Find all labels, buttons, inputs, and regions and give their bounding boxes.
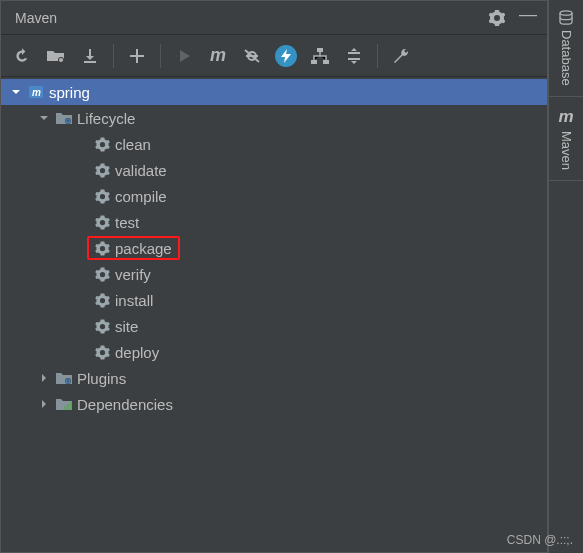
phase-site[interactable]: site [1,313,547,339]
svg-text:m: m [32,87,41,98]
phase-label: install [113,292,153,309]
svg-rect-16 [70,402,72,410]
gear-icon [91,241,113,256]
svg-rect-3 [317,48,323,52]
tree-label: spring [47,84,90,101]
folder-gear-icon [53,371,75,385]
deps-graph-icon[interactable] [307,43,333,69]
folder-gear-icon[interactable] [43,43,69,69]
gear-icon [91,189,113,204]
side-tab-label: Database [559,30,574,86]
side-tab-database[interactable]: Database [549,0,584,97]
header-actions: — [489,7,537,28]
tool-window-header: Maven — [1,1,547,35]
phase-deploy[interactable]: deploy [1,339,547,365]
maven-module-icon: m [25,84,47,100]
gear-icon [91,163,113,178]
maven-tool-window: Maven — m [0,0,548,553]
tree-label: Dependencies [75,396,173,413]
side-tab-label: Maven [559,131,574,170]
maven-toolbar: m [1,35,547,77]
phase-compile[interactable]: compile [1,183,547,209]
collapse-icon[interactable] [341,43,367,69]
svg-point-13 [67,380,69,382]
svg-point-10 [67,120,69,122]
right-tool-strip: Database m Maven [548,0,583,553]
svg-rect-14 [64,406,66,410]
maven-tree: m spring Lifecycle cleanvalidatecompilet… [1,77,547,552]
gear-icon [91,319,113,334]
phase-clean[interactable]: clean [1,131,547,157]
toolbar-divider [377,44,378,68]
toolbar-divider [160,44,161,68]
gear-icon[interactable] [489,10,505,26]
add-icon[interactable] [124,43,150,69]
phase-test[interactable]: test [1,209,547,235]
watermark: CSDN @.::;. [507,533,573,547]
svg-rect-4 [311,60,317,64]
tree-root-spring[interactable]: m spring [1,79,547,105]
svg-rect-15 [67,404,69,410]
panel-title: Maven [15,10,57,26]
chevron-down-icon [7,87,25,97]
chevron-right-icon [35,373,53,383]
phase-verify[interactable]: verify [1,261,547,287]
phase-label: clean [113,136,151,153]
phase-label: validate [113,162,167,179]
download-icon[interactable] [77,43,103,69]
offline-icon[interactable] [273,43,299,69]
wrench-icon[interactable] [388,43,414,69]
tree-dependencies[interactable]: Dependencies [1,391,547,417]
chevron-right-icon [35,399,53,409]
phase-install[interactable]: install [1,287,547,313]
database-icon [558,10,574,26]
maven-icon: m [558,107,573,127]
tree-label: Lifecycle [75,110,135,127]
gear-icon [91,345,113,360]
phase-label: test [113,214,139,231]
phase-validate[interactable]: validate [1,157,547,183]
toolbar-divider [113,44,114,68]
folder-gear-icon [53,111,75,125]
gear-icon [91,215,113,230]
tree-plugins[interactable]: Plugins [1,365,547,391]
skip-tests-icon[interactable] [239,43,265,69]
phase-label: verify [113,266,151,283]
phase-label: deploy [113,344,159,361]
phase-label: package [113,240,172,257]
minimize-icon[interactable]: — [519,4,537,25]
gear-icon [91,293,113,308]
side-tab-maven[interactable]: m Maven [549,97,584,181]
svg-point-17 [560,11,572,15]
reload-icon[interactable] [9,43,35,69]
phase-package[interactable]: package [1,235,547,261]
chevron-down-icon [35,113,53,123]
play-icon[interactable] [171,43,197,69]
tree-lifecycle[interactable]: Lifecycle [1,105,547,131]
svg-rect-5 [323,60,329,64]
m-icon[interactable]: m [205,43,231,69]
gear-icon [91,267,113,282]
phase-label: site [113,318,138,335]
folder-chart-icon [53,397,75,411]
tree-label: Plugins [75,370,126,387]
phase-label: compile [113,188,167,205]
gear-icon [91,137,113,152]
